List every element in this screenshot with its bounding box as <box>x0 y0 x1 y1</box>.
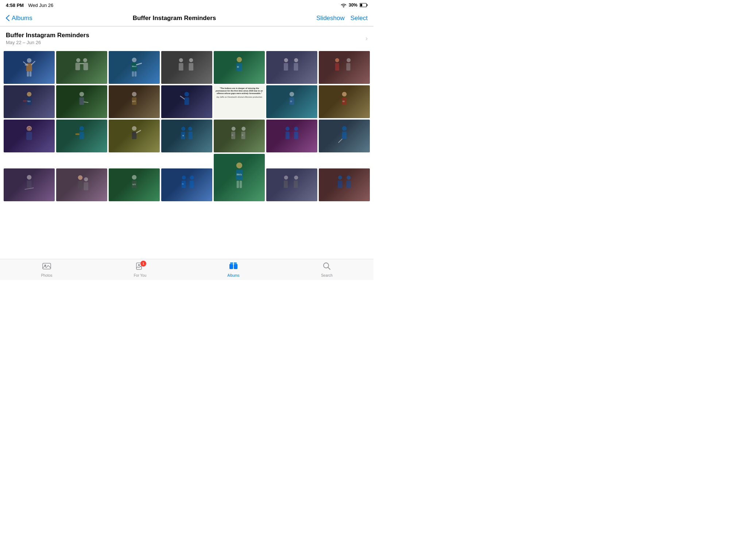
svg-rect-53 <box>80 131 84 139</box>
svg-point-104 <box>138 264 140 266</box>
svg-point-3 <box>27 58 32 63</box>
photo-item[interactable] <box>266 51 317 84</box>
search-icon <box>323 263 331 272</box>
photo-item[interactable]: M <box>161 120 212 152</box>
svg-point-43 <box>290 92 294 96</box>
svg-text:Mets: Mets <box>237 173 242 176</box>
photo-item[interactable]: M <box>214 51 265 84</box>
svg-point-93 <box>284 175 288 179</box>
svg-rect-7 <box>30 71 32 76</box>
photo-item[interactable] <box>4 51 55 84</box>
photo-item[interactable] <box>161 51 212 84</box>
svg-rect-71 <box>294 131 298 139</box>
svg-point-24 <box>284 58 288 62</box>
photo-item[interactable] <box>56 120 107 152</box>
photo-item[interactable] <box>56 85 107 118</box>
svg-point-17 <box>179 58 183 62</box>
svg-point-80 <box>132 175 137 179</box>
tab-search-label: Search <box>321 273 333 277</box>
photo-item[interactable]: NYY <box>109 168 160 201</box>
svg-text:21: 21 <box>182 183 184 184</box>
svg-point-98 <box>347 175 351 179</box>
svg-point-32 <box>27 92 32 96</box>
photo-item[interactable] <box>266 120 317 152</box>
photo-item[interactable]: Mets <box>214 154 265 201</box>
photo-item[interactable] <box>319 168 370 201</box>
svg-rect-106 <box>234 264 237 269</box>
photo-item[interactable]: NYY <box>109 85 160 118</box>
svg-rect-100 <box>346 180 351 187</box>
svg-text:M: M <box>237 65 239 68</box>
svg-rect-108 <box>234 262 237 264</box>
svg-point-62 <box>232 127 236 131</box>
album-title: Buffer Instagram Reminders <box>6 32 89 39</box>
svg-point-76 <box>78 175 83 180</box>
photo-item[interactable] <box>4 168 55 201</box>
photo-item[interactable] <box>161 85 212 118</box>
photo-row-3: M 25 30 <box>4 120 370 152</box>
svg-point-77 <box>84 177 88 181</box>
photo-item[interactable] <box>56 51 107 84</box>
photo-item[interactable]: 63 <box>319 85 370 118</box>
svg-text:M: M <box>182 135 184 136</box>
svg-point-69 <box>294 127 298 131</box>
photo-item[interactable] <box>4 120 55 152</box>
svg-point-25 <box>294 58 298 62</box>
photo-item[interactable]: 25 30 <box>214 120 265 152</box>
tab-search[interactable]: Search <box>280 260 374 280</box>
svg-point-55 <box>132 126 137 131</box>
svg-rect-101 <box>43 263 51 269</box>
status-bar: 4:58 PM Wed Jun 26 30% <box>0 0 374 10</box>
svg-rect-78 <box>78 180 83 188</box>
photo-item[interactable] <box>56 168 107 201</box>
photo-item[interactable] <box>319 120 370 152</box>
photo-item[interactable] <box>266 168 317 201</box>
svg-point-12 <box>132 57 137 62</box>
tab-photos[interactable]: Photos <box>0 260 93 280</box>
svg-text:NYY: NYY <box>132 100 136 102</box>
svg-point-28 <box>335 58 339 62</box>
svg-point-94 <box>294 175 298 179</box>
svg-point-18 <box>189 58 193 62</box>
photo-item[interactable] <box>319 51 370 84</box>
svg-point-83 <box>182 175 186 179</box>
slideshow-button[interactable]: Slideshow <box>316 15 345 22</box>
svg-rect-20 <box>189 63 193 70</box>
svg-rect-86 <box>190 180 194 187</box>
svg-rect-15 <box>132 71 134 76</box>
svg-rect-11 <box>84 63 88 70</box>
svg-point-9 <box>83 58 87 62</box>
svg-point-58 <box>188 127 192 131</box>
svg-rect-92 <box>240 180 242 188</box>
svg-rect-31 <box>346 63 350 70</box>
tab-albums[interactable]: Albums <box>187 260 280 280</box>
svg-rect-54 <box>76 133 80 135</box>
svg-text:63: 63 <box>342 100 345 102</box>
svg-text:TEX: TEX <box>27 100 31 102</box>
svg-rect-26 <box>284 63 288 70</box>
svg-rect-10 <box>76 63 80 70</box>
photo-row-4: NYY 21 Mets <box>4 154 370 201</box>
svg-rect-96 <box>294 180 298 187</box>
album-detail-chevron[interactable]: › <box>365 35 368 42</box>
svg-rect-30 <box>335 63 339 70</box>
svg-point-72 <box>342 126 347 131</box>
tab-for-you[interactable]: 1 For You <box>93 260 187 280</box>
photo-item[interactable]: Mets <box>109 51 160 84</box>
photo-item[interactable] <box>109 120 160 152</box>
select-button[interactable]: Select <box>351 15 368 22</box>
svg-rect-79 <box>84 182 88 190</box>
photo-quote-card[interactable]: "The Indians are in danger of missing th… <box>214 85 265 118</box>
svg-text:Mets: Mets <box>132 65 137 67</box>
photo-item[interactable]: TEX <box>4 85 55 118</box>
photo-item[interactable]: 23 <box>266 85 317 118</box>
tab-bar: Photos 1 For You <box>0 259 374 280</box>
photo-item[interactable]: 21 <box>161 168 212 201</box>
svg-rect-75 <box>27 180 32 187</box>
svg-point-88 <box>236 162 242 168</box>
svg-rect-16 <box>135 71 137 76</box>
svg-rect-50 <box>26 132 32 140</box>
svg-rect-73 <box>342 131 347 139</box>
back-button[interactable]: Albums <box>6 15 32 22</box>
svg-text:25: 25 <box>232 134 233 136</box>
